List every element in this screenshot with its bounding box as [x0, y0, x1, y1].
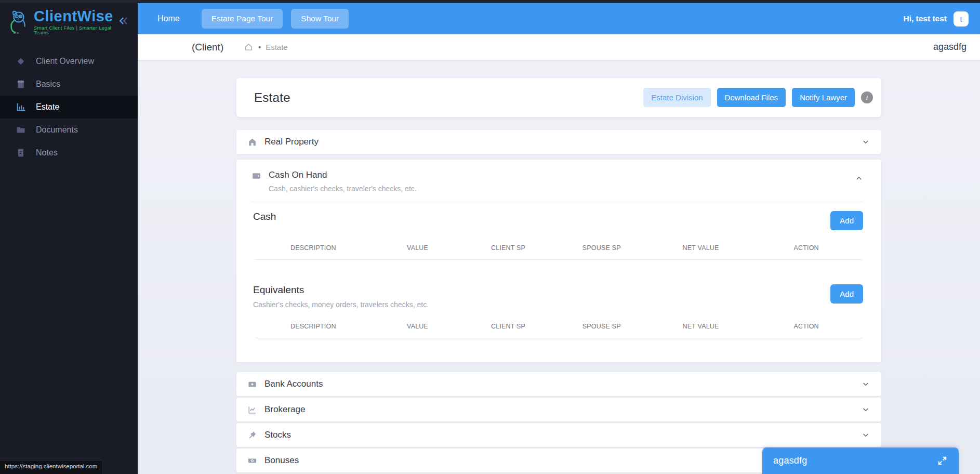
subsection-equivalents: Equivalents Cashier's checks, money orde…	[251, 275, 863, 350]
section-expanded: Cash On Hand Cash, cashier's checks, tra…	[236, 160, 881, 362]
sidebar: ClientWise Smart Client Files | Smarter …	[0, 3, 138, 474]
section-label: Stocks	[264, 430, 291, 440]
section-label: Bank Accounts	[264, 379, 323, 389]
section-row-bank-accounts[interactable]: Bank Accounts	[236, 372, 881, 396]
estate-header-card: Estate Estate Division Download Files No…	[236, 78, 881, 117]
line-chart-icon	[247, 405, 257, 415]
sidebar-item-basics[interactable]: Basics	[0, 73, 138, 96]
add-button[interactable]: Add	[830, 284, 863, 304]
home-link[interactable]: Home	[157, 14, 180, 23]
page-content: Estate Estate Division Download Files No…	[138, 60, 980, 474]
column-header: VALUE	[371, 244, 465, 252]
client-name-label: agasdfg	[933, 42, 966, 52]
column-header: ACTION	[750, 323, 862, 330]
status-url-tooltip: https://staging.clientwiseportal.com	[0, 460, 102, 474]
sidebar-item-label: Basics	[36, 80, 60, 89]
sidebar-item-label: Client Overview	[36, 57, 94, 66]
column-header: DESCRIPTION	[256, 244, 371, 252]
diamond-icon	[16, 56, 26, 67]
estate-page-tour-button[interactable]: Estate Page Tour	[202, 9, 283, 29]
home-outline-icon[interactable]	[244, 43, 253, 51]
subsection-subtitle: Cashier's checks, money orders, traveler…	[253, 300, 429, 309]
book-icon	[16, 79, 26, 89]
app-logo: ClientWise Smart Client Files | Smarter …	[0, 3, 138, 41]
column-header: NET VALUE	[651, 244, 750, 252]
sidebar-collapse-icon[interactable]	[118, 15, 129, 29]
notify-lawyer-button[interactable]: Notify Lawyer	[792, 88, 855, 107]
sidebar-item-notes[interactable]: Notes	[0, 141, 138, 164]
sidebar-item-label: Estate	[36, 102, 59, 112]
subsection-title: Equivalents	[253, 284, 429, 296]
home-icon	[247, 137, 257, 147]
money-bill-icon	[247, 456, 257, 466]
sidebar-nav: Client Overview Basics Estate Documents …	[0, 50, 138, 164]
sidebar-item-documents[interactable]: Documents	[0, 118, 138, 141]
info-icon[interactable]: i	[861, 91, 873, 103]
subsection-cash: Cash Add DESCRIPTIONVALUECLIENT SPSPOUSE…	[251, 202, 863, 271]
chevron-down-icon	[862, 431, 870, 439]
column-header: ACTION	[750, 244, 862, 252]
column-header: SPOUSE SP	[552, 323, 651, 330]
table-header-row: DESCRIPTIONVALUECLIENT SPSPOUSE SPNET VA…	[256, 244, 862, 252]
column-header: DESCRIPTION	[256, 323, 371, 330]
expand-icon[interactable]	[937, 456, 947, 466]
sidebar-item-client-overview[interactable]: Client Overview	[0, 50, 138, 73]
subsection-title: Cash	[253, 211, 276, 222]
section-row-brokerage[interactable]: Brokerage	[236, 398, 881, 422]
sidebar-item-estate[interactable]: Estate	[0, 96, 138, 118]
chevron-down-icon	[862, 405, 870, 414]
page-title: Estate	[254, 90, 290, 105]
section-label: Cash On Hand	[269, 170, 417, 180]
breadcrumb-separator: •	[258, 43, 261, 51]
estate-sections: Real Property Cash On Hand Cash, cashier…	[236, 130, 881, 474]
column-header: CLIENT SP	[464, 323, 552, 330]
sidebar-item-label: Notes	[36, 148, 58, 157]
chevron-down-icon	[862, 138, 870, 146]
table-header-row: DESCRIPTIONVALUECLIENT SPSPOUSE SPNET VA…	[256, 323, 862, 330]
chevron-up-icon	[855, 174, 863, 182]
section-label: Real Property	[264, 137, 319, 147]
download-files-button[interactable]: Download Files	[717, 88, 786, 107]
section-subtitle: Cash, cashier's checks, traveler's check…	[269, 185, 417, 193]
chat-widget-title: agasdfg	[773, 455, 807, 466]
wallet-icon	[251, 171, 261, 181]
section-row-stocks[interactable]: Stocks	[236, 423, 881, 447]
folder-icon	[16, 125, 26, 135]
topbar: Home Estate Page Tour Show Tour Hi, test…	[138, 3, 980, 34]
chat-widget[interactable]: agasdfg	[762, 447, 959, 474]
chevron-down-icon	[862, 380, 870, 388]
user-greeting: Hi, test test	[903, 14, 947, 23]
app-tagline: Smart Client Files | Smarter Legal Teams	[34, 25, 114, 35]
add-button[interactable]: Add	[830, 211, 863, 230]
column-header: NET VALUE	[651, 323, 750, 330]
estate-division-button[interactable]: Estate Division	[643, 88, 710, 107]
section-label: Brokerage	[264, 404, 305, 415]
column-header: VALUE	[371, 323, 465, 330]
show-tour-button[interactable]: Show Tour	[291, 9, 349, 29]
bank-card-icon	[247, 379, 257, 389]
breadcrumb-current: Estate	[266, 43, 288, 51]
breadcrumb: (Client) • Estate agasdfg	[138, 34, 980, 60]
owl-logo-icon	[7, 9, 30, 34]
section-row-cash-on-hand[interactable]: Cash On Hand Cash, cashier's checks, tra…	[251, 170, 863, 193]
section-row-real-property[interactable]: Real Property	[236, 130, 881, 154]
avatar[interactable]: t	[953, 11, 969, 27]
app-name: ClientWise	[34, 9, 114, 24]
sidebar-item-label: Documents	[36, 125, 78, 135]
bar-chart-icon	[16, 102, 26, 112]
note-icon	[16, 148, 26, 158]
pushpin-icon	[247, 430, 257, 440]
column-header: SPOUSE SP	[552, 244, 651, 252]
section-label: Bonuses	[264, 455, 299, 466]
breadcrumb-client-label: (Client)	[192, 42, 223, 53]
column-header: CLIENT SP	[464, 244, 552, 252]
